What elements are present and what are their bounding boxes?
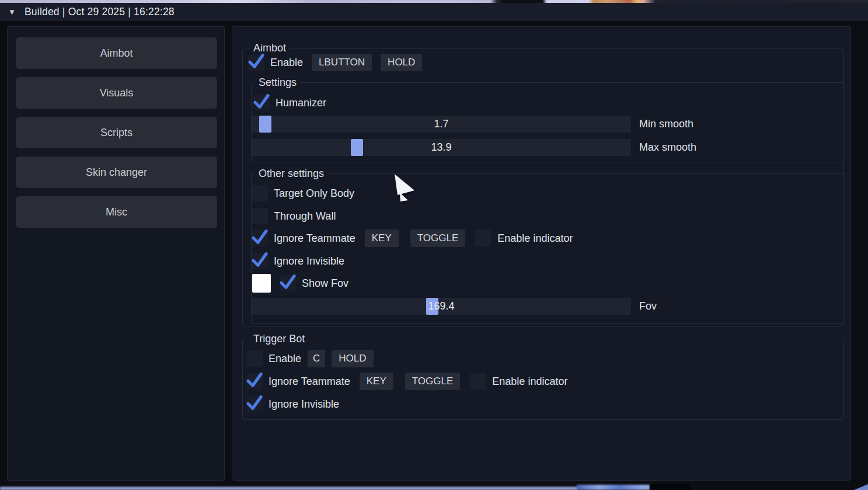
trigger-enable-checkbox[interactable] (246, 350, 263, 367)
check-icon (278, 273, 297, 291)
backdrop-lavender-band (0, 486, 578, 490)
min-smooth-value: 1.7 (252, 116, 631, 133)
main-panel: Aimbot Enable LBUTTON HOLD Settings Huma… (232, 26, 851, 481)
trigger-ignore-invisible-checkbox[interactable] (246, 396, 263, 412)
title-bar: ▼ Builded | Oct 29 2025 | 16:22:28 (0, 3, 868, 21)
show-fov-checkbox[interactable] (280, 275, 296, 291)
trigger-ignore-teammate-row: Ignore Teammate KEY TOGGLE Enable indica… (246, 373, 567, 390)
check-icon (250, 251, 269, 269)
check-icon (252, 92, 271, 111)
aimbot-mode-button[interactable]: HOLD (381, 54, 422, 71)
humanizer-checkbox[interactable] (253, 95, 270, 111)
trigger-ignore-teammate-keybind-button[interactable]: KEY (360, 373, 393, 390)
max-smooth-label: Max smooth (639, 141, 696, 154)
sidebar-item-skin-changer[interactable]: Skin changer (16, 157, 217, 188)
ignore-invisible-checkbox[interactable] (252, 253, 268, 269)
ignore-invisible-label: Ignore Invisible (274, 255, 344, 267)
target-only-body-checkbox[interactable] (252, 185, 268, 201)
through-wall-label: Through Wall (274, 210, 336, 223)
sidebar-item-aimbot[interactable]: Aimbot (16, 37, 217, 69)
trigger-ignore-teammate-mode-button[interactable]: TOGGLE (405, 373, 461, 390)
fov-label: Fov (639, 300, 657, 312)
through-wall-row: Through Wall (252, 207, 336, 225)
aimbot-keybind-button[interactable]: LBUTTON (312, 54, 372, 71)
ignore-teammate-mode-button[interactable]: TOGGLE (410, 230, 466, 247)
backdrop-blur-text (577, 485, 650, 490)
check-icon (250, 228, 269, 246)
trigger-enable-indicator-checkbox[interactable] (470, 373, 486, 390)
ignore-invisible-row: Ignore Invisible (252, 252, 344, 270)
check-icon (245, 371, 264, 390)
trigger-bot-group-legend: Trigger Bot (250, 332, 308, 345)
fov-slider[interactable]: 169.4 (252, 298, 631, 315)
trigger-keybind-button[interactable]: C (308, 350, 325, 367)
enable-indicator-checkbox[interactable] (475, 230, 491, 246)
trigger-enable-indicator-label: Enable indicator (492, 376, 567, 388)
trigger-mode-button[interactable]: HOLD (332, 350, 373, 367)
trigger-enable-label: Enable (269, 353, 301, 365)
fov-value: 169.4 (252, 298, 631, 315)
target-only-body-label: Target Only Body (274, 187, 354, 200)
show-fov-row: Show Fov (252, 273, 348, 293)
enable-indicator-label: Enable indicator (497, 232, 573, 245)
sidebar: Aimbot Visuals Scripts Skin changer Misc (7, 26, 225, 481)
other-settings-group-legend: Other settings (255, 167, 327, 180)
aimbot-enable-row: Enable LBUTTON HOLD (248, 54, 422, 71)
humanizer-label: Humanizer (276, 97, 326, 109)
aimbot-enable-checkbox[interactable] (248, 54, 264, 71)
trigger-ignore-teammate-label: Ignore Teammate (269, 376, 350, 388)
mouse-cursor-icon (391, 173, 418, 204)
target-only-body-row: Target Only Body (252, 185, 354, 202)
trigger-enable-row: Enable C HOLD (246, 350, 374, 367)
through-wall-checkbox[interactable] (252, 208, 268, 224)
humanizer-row: Humanizer (253, 94, 326, 112)
check-icon (247, 52, 266, 71)
trigger-ignore-teammate-checkbox[interactable] (246, 373, 263, 390)
show-fov-label: Show Fov (302, 277, 348, 290)
min-smooth-label: Min smooth (639, 118, 693, 130)
min-smooth-slider[interactable]: 1.7 (252, 116, 631, 133)
fov-color-swatch[interactable] (252, 274, 271, 293)
sidebar-item-scripts[interactable]: Scripts (16, 117, 217, 148)
sidebar-item-misc[interactable]: Misc (16, 196, 217, 228)
trigger-ignore-invisible-label: Ignore Invisible (269, 398, 339, 411)
ignore-teammate-label: Ignore Teammate (274, 232, 355, 245)
settings-group-legend: Settings (255, 76, 300, 89)
ignore-teammate-keybind-button[interactable]: KEY (365, 230, 399, 247)
ignore-teammate-row: Ignore Teammate KEY TOGGLE Enable indica… (252, 230, 573, 247)
trigger-ignore-invisible-row: Ignore Invisible (246, 395, 339, 413)
max-smooth-value: 13.9 (252, 139, 631, 156)
game-backdrop-bottom (0, 484, 868, 490)
max-smooth-slider[interactable]: 13.9 (252, 139, 631, 156)
check-icon (245, 394, 264, 412)
max-smooth-row: 13.9 Max smooth (252, 138, 696, 156)
fov-slider-row: 169.4 Fov (252, 297, 657, 315)
collapse-triangle-icon[interactable]: ▼ (8, 8, 20, 16)
backdrop-black-block (650, 484, 691, 490)
aimbot-enable-label: Enable (270, 57, 303, 69)
ignore-teammate-checkbox[interactable] (252, 230, 268, 246)
backdrop-blue-triangle (854, 484, 868, 490)
window-title: Builded | Oct 29 2025 | 16:22:28 (25, 6, 175, 18)
min-smooth-row: 1.7 Min smooth (252, 115, 693, 133)
sidebar-item-visuals[interactable]: Visuals (16, 77, 217, 109)
